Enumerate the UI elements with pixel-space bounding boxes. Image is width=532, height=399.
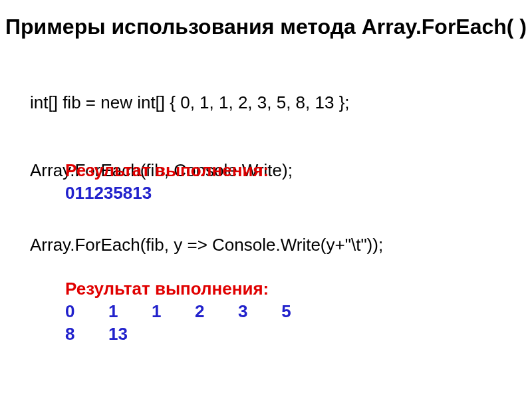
result-block-2: Результат выполнения: 0 1 1 2 3 5 8 13 — [65, 278, 502, 345]
result-label-2: Результат выполнения: — [65, 278, 502, 301]
slide: Примеры использования метода Array.ForEa… — [0, 0, 532, 399]
result-output-2-line2: 8 13 — [65, 323, 502, 346]
result-output-2-line1: 0 1 1 2 3 5 — [65, 301, 502, 323]
result-block-1: Результат выполнения: 011235813 — [65, 160, 502, 205]
result-label-1: Результат выполнения: — [65, 160, 502, 182]
code-block-3: Array.ForEach(fib, y => Console.Write(y+… — [30, 234, 502, 257]
code-block-1: int[] fib = new int[] { 0, 1, 1, 2, 3, 5… — [30, 92, 502, 114]
slide-title: Примеры использования метода Array.ForEa… — [0, 13, 532, 40]
result-output-1: 011235813 — [65, 182, 502, 205]
